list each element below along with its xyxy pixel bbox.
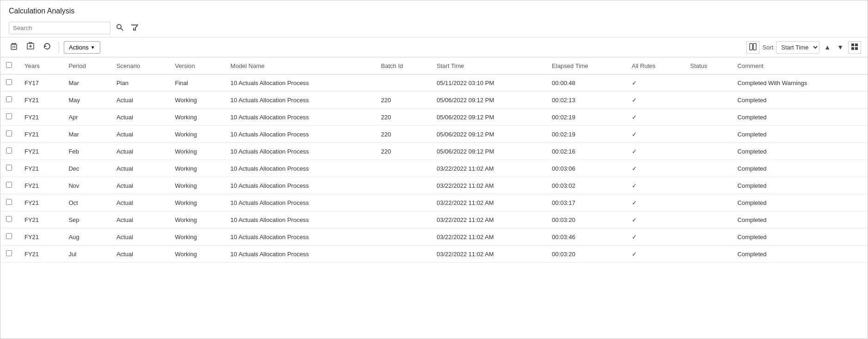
cell-start-time: 05/11/2022 03:10 PM	[431, 74, 546, 92]
svg-rect-12	[753, 43, 756, 50]
select-all-checkbox[interactable]	[6, 62, 12, 68]
cell-version: Working	[169, 211, 225, 228]
cell-comment: Completed	[732, 160, 868, 177]
delete-icon-button[interactable]	[7, 40, 21, 54]
refresh-icon-button[interactable]	[40, 40, 54, 54]
cell-all-rules: ✓	[626, 160, 685, 177]
cell-model-name: 10 Actuals Allocation Process	[225, 126, 376, 143]
row-checkbox[interactable]	[6, 130, 12, 136]
cell-version: Working	[169, 143, 225, 160]
sort-select[interactable]: Start Time Years Period Scenario	[776, 41, 819, 54]
cell-elapsed-time: 00:02:19	[546, 126, 626, 143]
cell-comment: Completed	[732, 126, 868, 143]
cell-model-name: 10 Actuals Allocation Process	[225, 177, 376, 194]
table-row: FY21AprActualWorking10 Actuals Allocatio…	[0, 109, 868, 126]
cell-version: Final	[169, 74, 225, 92]
grid-icon	[851, 43, 858, 50]
cell-elapsed-time: 00:02:13	[546, 92, 626, 109]
open-icon-button[interactable]	[24, 40, 37, 54]
cell-version: Working	[169, 177, 225, 194]
row-checkbox[interactable]	[6, 182, 12, 188]
row-checkbox-cell	[0, 126, 19, 143]
header-elapsed-time: Elapsed Time	[546, 57, 626, 74]
row-checkbox[interactable]	[6, 165, 12, 171]
cell-start-time: 03/22/2022 11:02 AM	[431, 246, 546, 263]
search-icon	[116, 24, 123, 31]
cell-scenario: Actual	[111, 228, 170, 246]
row-checkbox-cell	[0, 194, 19, 211]
cell-model-name: 10 Actuals Allocation Process	[225, 160, 376, 177]
row-checkbox[interactable]	[6, 233, 12, 239]
table-row: FY21SepActualWorking10 Actuals Allocatio…	[0, 211, 868, 228]
row-checkbox[interactable]	[6, 216, 12, 222]
filter-icon-button[interactable]	[129, 23, 140, 33]
cell-batch-id	[375, 74, 431, 92]
cell-all-rules: ✓	[626, 194, 685, 211]
checkmark-icon: ✓	[632, 199, 637, 206]
svg-line-1	[121, 28, 123, 31]
actions-button[interactable]: Actions ▼	[64, 41, 100, 54]
header-period: Period	[63, 57, 110, 74]
cell-batch-id: 220	[375, 92, 431, 109]
table-row: FY21DecActualWorking10 Actuals Allocatio…	[0, 160, 868, 177]
row-checkbox[interactable]	[6, 96, 12, 102]
toolbar: Actions ▼ Sort Start Time Years Period S…	[0, 37, 868, 57]
cell-comment: Completed	[732, 143, 868, 160]
column-chooser-icon-button[interactable]	[746, 41, 759, 54]
table-wrapper: Years Period Scenario Version Model Name…	[0, 57, 868, 339]
sort-descending-button[interactable]: ▼	[835, 43, 845, 52]
table-row: FY21MarActualWorking10 Actuals Allocatio…	[0, 126, 868, 143]
sort-ascending-button[interactable]: ▲	[822, 43, 832, 52]
cell-period: Mar	[63, 74, 110, 92]
cell-elapsed-time: 00:03:02	[546, 177, 626, 194]
row-checkbox[interactable]	[6, 113, 12, 119]
filter-icon	[131, 24, 138, 31]
cell-version: Working	[169, 92, 225, 109]
table-row: FY21MayActualWorking10 Actuals Allocatio…	[0, 92, 868, 109]
page-container: Calculation Analysis	[0, 0, 868, 339]
row-checkbox-cell	[0, 143, 19, 160]
cell-comment: Completed	[732, 92, 868, 109]
cell-comment: Completed	[732, 194, 868, 211]
cell-model-name: 10 Actuals Allocation Process	[225, 228, 376, 246]
cell-comment: Completed	[732, 177, 868, 194]
cell-all-rules: ✓	[626, 109, 685, 126]
cell-elapsed-time: 00:03:17	[546, 194, 626, 211]
cell-model-name: 10 Actuals Allocation Process	[225, 143, 376, 160]
search-input[interactable]	[9, 22, 110, 34]
cell-all-rules: ✓	[626, 74, 685, 92]
cell-elapsed-time: 00:00:48	[546, 74, 626, 92]
checkmark-icon: ✓	[632, 114, 637, 121]
cell-all-rules: ✓	[626, 126, 685, 143]
data-table: Years Period Scenario Version Model Name…	[0, 57, 868, 263]
cell-period: Aug	[63, 228, 110, 246]
table-row: FY21NovActualWorking10 Actuals Allocatio…	[0, 177, 868, 194]
cell-version: Working	[169, 109, 225, 126]
row-checkbox-cell	[0, 177, 19, 194]
grid-view-icon-button[interactable]	[848, 41, 861, 54]
cell-batch-id	[375, 246, 431, 263]
row-checkbox[interactable]	[6, 250, 12, 256]
cell-start-time: 05/06/2022 09:12 PM	[431, 92, 546, 109]
row-checkbox-cell	[0, 109, 19, 126]
cell-model-name: 10 Actuals Allocation Process	[225, 109, 376, 126]
table-row: FY21JulActualWorking10 Actuals Allocatio…	[0, 246, 868, 263]
search-icon-button[interactable]	[114, 23, 125, 34]
header-status: Status	[685, 57, 732, 74]
svg-point-0	[117, 25, 121, 29]
cell-all-rules: ✓	[626, 143, 685, 160]
table-row: FY21AugActualWorking10 Actuals Allocatio…	[0, 228, 868, 246]
cell-elapsed-time: 00:03:20	[546, 246, 626, 263]
row-checkbox[interactable]	[6, 199, 12, 205]
row-checkbox[interactable]	[6, 79, 12, 85]
row-checkbox[interactable]	[6, 148, 12, 154]
checkmark-icon: ✓	[632, 165, 637, 172]
cell-period: Nov	[63, 177, 110, 194]
toolbar-right: Sort Start Time Years Period Scenario ▲ …	[746, 41, 861, 54]
cell-years: FY21	[19, 211, 63, 228]
cell-batch-id: 220	[375, 143, 431, 160]
checkmark-icon: ✓	[632, 216, 637, 223]
svg-rect-16	[855, 47, 858, 50]
cell-batch-id	[375, 228, 431, 246]
row-checkbox-cell	[0, 74, 19, 92]
